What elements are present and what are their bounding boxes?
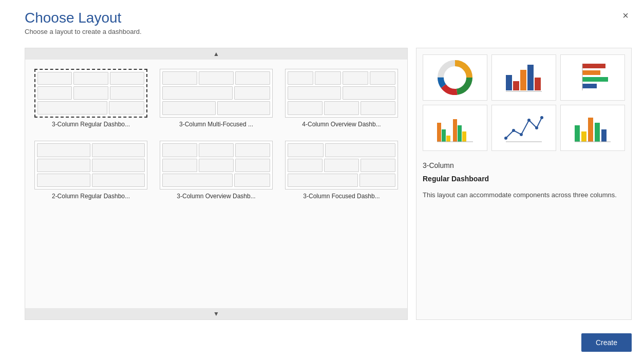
dialog-header: Choose Layout Choose a layout to create … bbox=[0, 0, 644, 40]
layout-thumb-3col-focused bbox=[285, 141, 398, 190]
svg-rect-19 bbox=[446, 136, 450, 142]
thumb-cell bbox=[288, 143, 324, 157]
svg-rect-22 bbox=[462, 131, 466, 142]
thumb-cell bbox=[288, 71, 313, 85]
thumb-cell bbox=[288, 86, 341, 100]
svg-rect-7 bbox=[513, 81, 519, 90]
thumb-cell bbox=[162, 101, 216, 115]
thumb-row bbox=[162, 159, 270, 172]
thumb-row bbox=[288, 159, 395, 172]
svg-rect-10 bbox=[535, 78, 541, 90]
layout-item-2col-regular[interactable]: 2-Column Regular Dashbo... bbox=[31, 138, 150, 204]
svg-rect-9 bbox=[527, 65, 534, 90]
thumb-row bbox=[37, 72, 144, 85]
thumb-row bbox=[37, 143, 145, 157]
thumb-row bbox=[162, 86, 270, 100]
layout-item-3col-regular[interactable]: 3-Column Regular Dashbo... bbox=[31, 66, 150, 132]
thumb-cell bbox=[37, 159, 90, 172]
chart-thumb-donut bbox=[423, 54, 487, 101]
layout-list-panel: ▲ 3-Column Regular Dashbo...3-Column Mul… bbox=[25, 48, 408, 320]
thumb-cell bbox=[324, 101, 359, 115]
preview-charts bbox=[423, 54, 625, 151]
layout-thumb-3col-regular bbox=[34, 69, 147, 118]
thumb-cell bbox=[235, 71, 270, 85]
thumb-cell bbox=[359, 174, 395, 187]
thumb-row bbox=[37, 174, 145, 187]
svg-rect-8 bbox=[520, 70, 526, 90]
svg-rect-17 bbox=[437, 123, 441, 142]
thumb-cell bbox=[370, 71, 395, 85]
preview-description: This layout can accommodate components a… bbox=[423, 190, 625, 200]
thumb-row bbox=[37, 159, 145, 172]
layout-label-3col-overview: 3-Column Overview Dashb... bbox=[177, 193, 255, 201]
chart-thumb-grouped-bar bbox=[423, 105, 487, 151]
thumb-row bbox=[37, 101, 144, 115]
thumb-cell bbox=[288, 159, 323, 172]
scroll-down-button[interactable]: ▼ bbox=[25, 308, 407, 319]
svg-rect-32 bbox=[581, 131, 586, 142]
thumb-cell bbox=[92, 174, 145, 187]
svg-rect-21 bbox=[458, 125, 462, 142]
thumb-cell bbox=[234, 86, 270, 100]
svg-point-5 bbox=[447, 69, 463, 86]
thumb-cell bbox=[37, 101, 107, 115]
thumb-row bbox=[162, 174, 270, 187]
thumb-cell bbox=[325, 143, 395, 157]
svg-rect-18 bbox=[442, 129, 446, 142]
chart-thumb-hbar bbox=[560, 54, 625, 101]
layout-item-4col-overview[interactable]: 4-Column Overview Dashb... bbox=[282, 66, 401, 132]
svg-rect-6 bbox=[506, 75, 512, 90]
close-button[interactable]: × bbox=[619, 9, 632, 22]
create-button[interactable]: Create bbox=[581, 333, 632, 352]
svg-point-29 bbox=[540, 116, 543, 119]
thumb-cell bbox=[37, 72, 72, 85]
chart-thumb-line bbox=[491, 105, 556, 151]
thumb-cell bbox=[110, 86, 144, 100]
thumb-cell bbox=[343, 86, 396, 100]
svg-rect-15 bbox=[582, 84, 597, 88]
thumb-cell bbox=[343, 71, 368, 85]
layout-thumb-2col-regular bbox=[34, 141, 147, 190]
dialog-body: ▲ 3-Column Regular Dashbo...3-Column Mul… bbox=[0, 40, 644, 328]
layout-label-4col-overview: 4-Column Overview Dashb... bbox=[302, 121, 381, 129]
svg-rect-31 bbox=[575, 125, 580, 142]
layout-label-3col-multifocused: 3-Column Multi-Focused ... bbox=[179, 121, 253, 129]
layout-label-3col-focused: 3-Column Focused Dashb... bbox=[303, 193, 380, 201]
thumb-cell bbox=[162, 71, 197, 85]
thumb-cell bbox=[315, 71, 340, 85]
thumb-cell bbox=[235, 159, 270, 172]
svg-rect-12 bbox=[582, 64, 605, 68]
preview-panel: 3-Column Regular Dashboard This layout c… bbox=[416, 48, 632, 320]
layout-item-3col-multifocused[interactable]: 3-Column Multi-Focused ... bbox=[157, 66, 276, 132]
svg-rect-20 bbox=[453, 119, 457, 142]
svg-rect-33 bbox=[588, 118, 593, 142]
layout-scroll-area[interactable]: 3-Column Regular Dashbo...3-Column Multi… bbox=[25, 60, 407, 308]
thumb-row bbox=[288, 143, 395, 157]
thumb-cell bbox=[37, 174, 90, 187]
scroll-up-button[interactable]: ▲ bbox=[25, 48, 407, 60]
thumb-cell bbox=[92, 159, 145, 172]
thumb-cell bbox=[324, 159, 359, 172]
svg-rect-34 bbox=[595, 123, 600, 142]
thumb-cell bbox=[109, 101, 144, 115]
svg-rect-13 bbox=[582, 70, 600, 75]
layout-thumb-3col-overview bbox=[160, 141, 273, 190]
layout-grid: 3-Column Regular Dashbo...3-Column Multi… bbox=[31, 66, 401, 204]
thumb-cell bbox=[361, 101, 395, 115]
thumb-cell bbox=[162, 174, 233, 187]
svg-rect-14 bbox=[582, 77, 608, 82]
thumb-cell bbox=[37, 143, 90, 157]
thumb-cell bbox=[162, 86, 233, 100]
layout-item-3col-overview[interactable]: 3-Column Overview Dashb... bbox=[157, 138, 276, 204]
svg-point-28 bbox=[535, 126, 538, 129]
thumb-cell bbox=[361, 159, 395, 172]
dialog-footer: Create bbox=[0, 328, 644, 360]
svg-rect-35 bbox=[601, 129, 607, 142]
layout-item-3col-focused[interactable]: 3-Column Focused Dashb... bbox=[282, 138, 401, 204]
thumb-row bbox=[162, 143, 270, 157]
thumb-cell bbox=[73, 86, 108, 100]
thumb-cell bbox=[288, 101, 323, 115]
thumb-row bbox=[162, 71, 270, 85]
layout-label-2col-regular: 2-Column Regular Dashbo... bbox=[52, 193, 130, 201]
layout-thumb-4col-overview bbox=[285, 69, 398, 118]
